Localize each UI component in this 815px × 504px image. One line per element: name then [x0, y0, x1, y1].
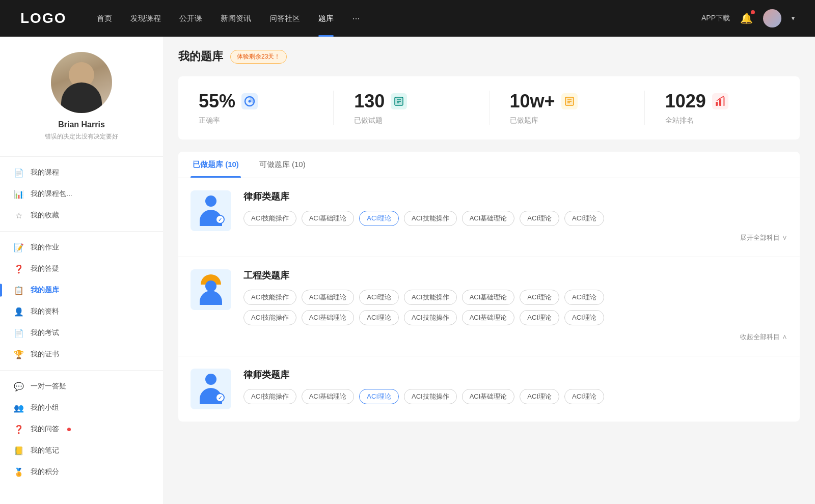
lawyer-figure-icon: [197, 195, 225, 226]
stat-accuracy-label: 正确率: [199, 116, 220, 125]
tags-row-engineer-1: ACI技能操作 ACI基础理论 ACI理论 ACI技能操作 ACI基础理论 AC…: [243, 290, 787, 305]
tag[interactable]: ACI理论: [564, 310, 604, 325]
profile-section: Brian Harris 错误的决定比没有决定要好: [0, 37, 163, 151]
sidebar-item-qa[interactable]: ❓ 我的答疑: [0, 258, 163, 279]
tag[interactable]: ACI技能操作: [243, 310, 296, 325]
sidebar-item-profile[interactable]: 👤 我的资料: [0, 301, 163, 322]
bank-item-lawyer-2: 律师类题库 ACI技能操作 ACI基础理论 ACI理论 ACI技能操作 ACI基…: [178, 356, 800, 422]
tag[interactable]: ACI理论: [520, 211, 559, 226]
notification-badge: [751, 10, 755, 14]
tag[interactable]: ACI基础理论: [462, 290, 515, 305]
svg-rect-14: [723, 97, 725, 106]
sidebar-item-favorites[interactable]: ☆ 我的收藏: [0, 205, 163, 226]
svg-point-1: [249, 100, 251, 103]
sidebar-item-certificate[interactable]: 🏆 我的证书: [0, 344, 163, 365]
logo: LOGO: [20, 10, 66, 26]
sidebar-item-bank[interactable]: 📋 我的题库: [0, 279, 163, 301]
homework-icon: 📝: [14, 243, 23, 252]
nav-news[interactable]: 新闻资讯: [221, 12, 251, 25]
tag[interactable]: ACI理论: [564, 211, 604, 226]
tag[interactable]: ACI基础理论: [462, 310, 515, 325]
bank-item-lawyer-1: 律师类题库 ACI技能操作 ACI基础理论 ACI理论 ACI技能操作 ACI基…: [178, 178, 800, 257]
nav-more-icon[interactable]: ···: [352, 13, 360, 24]
tag[interactable]: ACI理论: [564, 290, 604, 305]
sidebar-item-label: 我的资料: [31, 307, 59, 316]
sidebar-item-label: 我的考试: [31, 328, 59, 338]
accuracy-icon: [241, 93, 258, 109]
tag[interactable]: ACI基础理论: [302, 290, 355, 305]
tag[interactable]: ACI基础理论: [462, 211, 515, 226]
tag[interactable]: ACI理论: [359, 290, 399, 305]
nav-discover[interactable]: 发现课程: [130, 12, 161, 25]
stat-rank-value: 1029: [665, 91, 706, 112]
stat-banks: 10w+ 已做题库: [490, 91, 645, 125]
tag[interactable]: ACI基础理论: [302, 211, 355, 226]
sidebar-item-label: 我的证书: [31, 350, 59, 359]
sidebar-item-homework[interactable]: 📝 我的作业: [0, 237, 163, 258]
bank-item-engineer: 工程类题库 ACI技能操作 ACI基础理论 ACI理论 ACI技能操作 ACI基…: [178, 257, 800, 356]
expand-button-lawyer-1[interactable]: 展开全部科目 ∨: [243, 231, 787, 244]
sidebar: Brian Harris 错误的决定比没有决定要好 📄 我的课程 📊 我的课程包…: [0, 37, 163, 504]
layout: Brian Harris 错误的决定比没有决定要好 📄 我的课程 📊 我的课程包…: [0, 37, 815, 504]
nav-bank[interactable]: 题库: [318, 12, 334, 25]
stat-banks-label: 已做题库: [510, 116, 538, 125]
sidebar-item-notes[interactable]: 📒 我的笔记: [0, 440, 163, 461]
profile-avatar: [51, 52, 112, 113]
stat-rank-label: 全站排名: [665, 116, 694, 125]
tag[interactable]: ACI技能操作: [404, 389, 457, 404]
tag[interactable]: ACI理论: [359, 310, 399, 325]
tag[interactable]: ACI基础理论: [302, 310, 355, 325]
notes-icon: 📒: [14, 446, 23, 455]
sidebar-item-course[interactable]: 📄 我的课程: [0, 162, 163, 183]
notification-bell-icon[interactable]: 🔔: [740, 12, 753, 24]
sidebar-item-label: 我的笔记: [31, 446, 59, 455]
profile-icon: 👤: [14, 307, 23, 316]
bank-title-lawyer-2: 律师类题库: [243, 369, 787, 381]
sidebar-item-label: 我的积分: [31, 467, 59, 477]
tag[interactable]: ACI技能操作: [243, 290, 296, 305]
stat-top: 130: [354, 91, 407, 112]
sidebar-item-coursepack[interactable]: 📊 我的课程包...: [0, 183, 163, 205]
qa-icon: ❓: [14, 264, 23, 273]
tag[interactable]: ACI基础理论: [302, 389, 355, 404]
nav-qa[interactable]: 问答社区: [269, 12, 300, 25]
expand-button-engineer[interactable]: 收起全部科目 ∧: [243, 330, 787, 344]
tag[interactable]: ACI技能操作: [404, 310, 457, 325]
sidebar-item-label: 一对一答疑: [31, 382, 66, 391]
sidebar-item-label: 我的课程包...: [31, 189, 72, 199]
lawyer-figure-icon-2: [197, 374, 225, 404]
sidebar-item-label: 我的作业: [31, 243, 59, 252]
stat-top: 55%: [199, 91, 258, 112]
chevron-down-icon[interactable]: ▾: [792, 15, 795, 22]
avatar[interactable]: [763, 9, 781, 27]
page-header: 我的题库 体验剩余23天！: [178, 49, 800, 64]
sidebar-item-1on1[interactable]: 💬 一对一答疑: [0, 376, 163, 397]
tag[interactable]: ACI理论: [520, 389, 559, 404]
stats-card: 55% 正确率 130: [178, 76, 800, 139]
myqa-icon: ❓: [14, 425, 23, 434]
tag-selected[interactable]: ACI理论: [359, 211, 399, 226]
tab-todo[interactable]: 可做题库 (10): [257, 152, 308, 178]
tag[interactable]: ACI技能操作: [404, 211, 457, 226]
sidebar-item-label: 我的问答: [31, 425, 59, 434]
nav-open-course[interactable]: 公开课: [179, 12, 202, 25]
nav-home[interactable]: 首页: [97, 12, 112, 25]
tag[interactable]: ACI理论: [520, 310, 559, 325]
app-download-button[interactable]: APP下载: [701, 14, 730, 23]
tag[interactable]: ACI技能操作: [404, 290, 457, 305]
tag[interactable]: ACI理论: [564, 389, 604, 404]
tag[interactable]: ACI理论: [520, 290, 559, 305]
sidebar-item-exam[interactable]: 📄 我的考试: [0, 322, 163, 344]
rank-icon: [712, 93, 728, 109]
questions-icon: [391, 93, 407, 109]
sidebar-item-group[interactable]: 👥 我的小组: [0, 397, 163, 418]
tag[interactable]: ACI技能操作: [243, 211, 296, 226]
tag[interactable]: ACI技能操作: [243, 389, 296, 404]
sidebar-item-label: 我的题库: [31, 286, 59, 295]
tag-selected[interactable]: ACI理论: [359, 389, 399, 404]
sidebar-item-myqa[interactable]: ❓ 我的问答: [0, 418, 163, 440]
tab-done[interactable]: 已做题库 (10): [191, 152, 241, 178]
stat-questions-label: 已做试题: [354, 116, 383, 125]
tag[interactable]: ACI基础理论: [462, 389, 515, 404]
sidebar-item-points[interactable]: 🏅 我的积分: [0, 461, 163, 483]
